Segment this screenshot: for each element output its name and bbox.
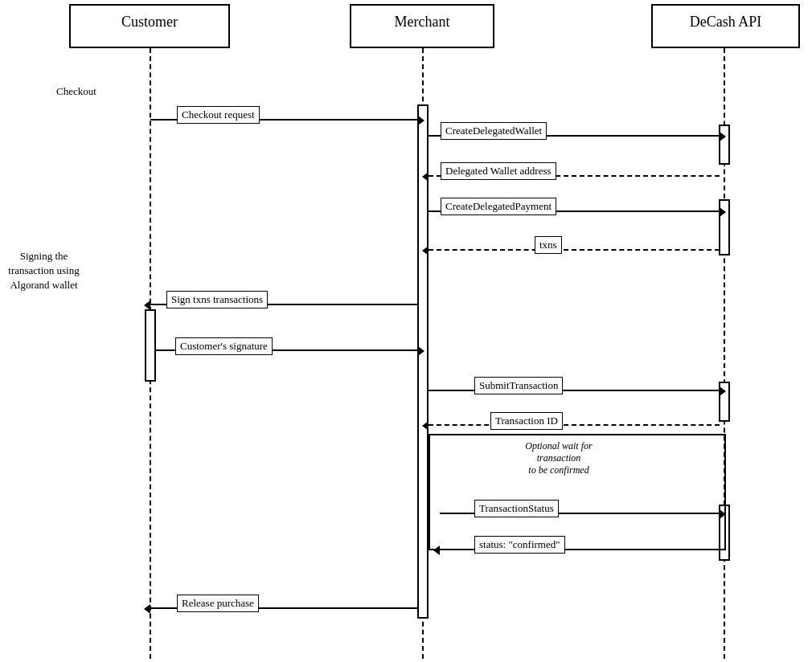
activation-merchant-main <box>417 104 429 619</box>
activation-customer-signing <box>145 309 156 382</box>
checkout-request-text: Checkout request <box>182 108 255 121</box>
checkout-text: Checkout <box>56 85 96 97</box>
msg-sign-txns: Sign txns transactions <box>166 291 268 309</box>
arrow-transaction-id <box>429 424 720 426</box>
arrow-submit-transaction <box>429 390 720 391</box>
msg-submit-transaction: SubmitTransaction <box>474 377 563 394</box>
actor-customer: Customer <box>69 4 230 48</box>
msg-create-delegated-wallet: CreateDelegatedWallet <box>441 122 547 140</box>
msg-transaction-id: Transaction ID <box>490 412 563 430</box>
actor-merchant: Merchant <box>350 4 494 48</box>
activation-decash-1 <box>719 125 730 165</box>
msg-transaction-status: TransactionStatus <box>474 500 559 517</box>
msg-status-confirmed: status: "confirmed" <box>474 536 565 554</box>
release-purchase-text: Release purchase <box>182 597 254 609</box>
transaction-id-text: Transaction ID <box>495 415 558 427</box>
create-delegated-wallet-text: CreateDelegatedWallet <box>445 125 542 137</box>
signing-side-label: Signing thetransaction usingAlgorand wal… <box>2 249 86 293</box>
actor-merchant-label: Merchant <box>395 14 450 30</box>
msg-create-delegated-payment: CreateDelegatedPayment <box>441 198 556 215</box>
msg-checkout-request: Checkout request <box>177 106 260 124</box>
sequence-diagram: Customer Merchant DeCash API Checkout Ch… <box>0 0 812 662</box>
submit-transaction-text: SubmitTransaction <box>479 379 558 391</box>
customer-signature-text: Customer's signature <box>180 340 268 352</box>
msg-customer-signature: Customer's signature <box>175 337 273 355</box>
actor-decash: DeCash API <box>651 4 800 48</box>
msg-txns: txns <box>535 236 562 254</box>
status-confirmed-text: status: "confirmed" <box>479 538 560 550</box>
msg-release-purchase: Release purchase <box>177 595 259 612</box>
actor-decash-label: DeCash API <box>690 14 762 30</box>
signing-text: Signing thetransaction usingAlgorand wal… <box>8 250 79 291</box>
optional-wait-text: Optional wait fortransactionto be confir… <box>525 440 592 476</box>
msg-delegated-wallet-addr: Delegated Wallet address <box>441 162 556 180</box>
checkout-side-label: Checkout <box>44 84 109 99</box>
sign-txns-text: Sign txns transactions <box>171 293 263 305</box>
actor-customer-label: Customer <box>121 14 178 30</box>
create-delegated-payment-text: CreateDelegatedPayment <box>445 200 552 212</box>
arrow-txns <box>429 249 720 251</box>
delegated-wallet-addr-text: Delegated Wallet address <box>445 165 552 177</box>
optional-wait-label: Optional wait fortransactionto be confir… <box>494 440 623 476</box>
txns-text: txns <box>539 239 557 251</box>
transaction-status-text: TransactionStatus <box>479 502 554 514</box>
